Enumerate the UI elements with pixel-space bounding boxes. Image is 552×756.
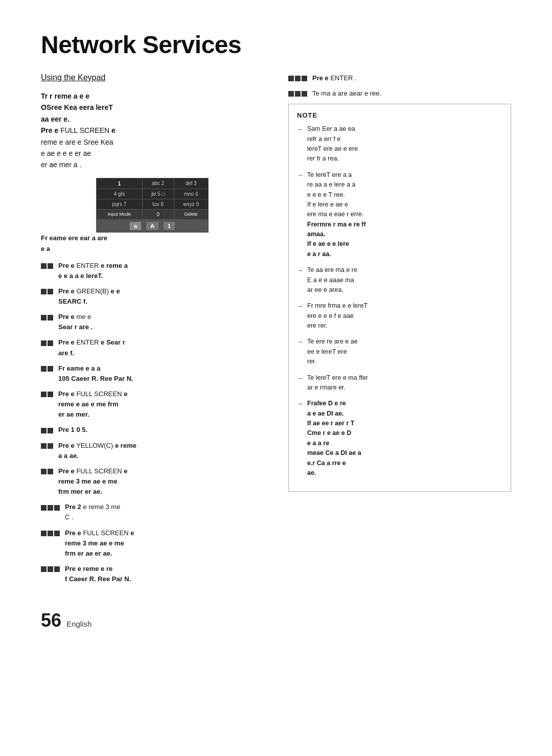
content-wrapper: Using the Keypad Tr r reme a e eOSree Ke… — [41, 73, 511, 589]
step-11-text: Pre e FULL SCREEN ereme 3 me ae e mefrm … — [65, 528, 264, 559]
step-9-icon — [41, 467, 55, 476]
step-6-icon — [41, 390, 55, 399]
step-8-text: Pre e YELLOW(C) e reme a a ae. — [58, 441, 264, 461]
steps-list: Pre e ENTER e reme ae e a a e lereT. Pre… — [41, 261, 264, 585]
note-5-text: Te ere re are e ae ee e lereT ere rer. — [307, 337, 502, 366]
note-4-text: Fr mre frma e e lereT ere e e e f e aae … — [307, 301, 502, 331]
note-2-arrow: → — [297, 171, 303, 180]
note-1-text: Sam Eer a ae ea refr a err f e lereT ere… — [307, 124, 502, 164]
note-3-text: Te aa ere ma e re E a e e aaae ma ar ee … — [307, 265, 502, 295]
note-1-arrow: → — [297, 125, 303, 134]
right-step-1-icon — [288, 74, 309, 83]
note-6: → Te lereT ere e ma ffer ar e rmare er. — [297, 373, 502, 393]
page-number: 56 — [41, 610, 61, 631]
step-7-text: Pre 1 0 5. — [58, 425, 264, 435]
step-9: Pre e FULL SCREEN ereme 3 me ae e mefrm … — [41, 466, 264, 497]
step-3-text: Pre e me eSear r are . — [58, 312, 264, 332]
note-7-arrow: → — [297, 399, 303, 409]
step-6-text: Pre e FULL SCREEN ereme e ae e me frmer … — [58, 389, 264, 420]
step-4: Pre e ENTER e Sear rare f. — [41, 337, 264, 358]
step-5-icon — [41, 364, 55, 374]
note-2-text: Te lereT ere a a re aa a e lere a a e e … — [307, 170, 502, 259]
right-step-2: Te ma a are aear e ree. — [288, 88, 511, 99]
note-7-text: Frafee D e re a e ae DI ae. If ae ee r a… — [307, 399, 502, 478]
note-7: → Frafee D e re a e ae DI ae. If ae ee r… — [297, 399, 502, 478]
page-title: Network Services — [41, 31, 511, 59]
note-4: → Fr mre frma e e lereT ere e e e f e aa… — [297, 301, 502, 331]
step-9-text: Pre e FULL SCREEN ereme 3 me ae e mefrm … — [58, 466, 264, 497]
step-8: Pre e YELLOW(C) e reme a a ae. — [41, 441, 264, 461]
step-6: Pre e FULL SCREEN ereme e ae e me frmer … — [41, 389, 264, 420]
step-5-text: Fr eame e a a105 Caeer R. Ree Par N. — [58, 363, 264, 384]
step-4-icon — [41, 338, 55, 348]
step-10-icon — [41, 502, 62, 512]
note-6-text: Te lereT ere e ma ffer ar e rmare er. — [307, 373, 502, 393]
step-2-text: Pre e GREEN(B) e eSEARC f. — [58, 286, 264, 307]
steps-intro: Fr eame ere ear a aree a — [41, 233, 264, 255]
note-6-arrow: → — [297, 374, 303, 383]
page-footer: 56 English — [41, 610, 511, 631]
note-2: → Te lereT ere a a re aa a e lere a a e … — [297, 170, 502, 259]
step-11: Pre e FULL SCREEN ereme 3 me ae e mefrm … — [41, 528, 264, 559]
note-5: → Te ere re are e ae ee e lereT ere rer. — [297, 337, 502, 366]
step-7: Pre 1 0 5. — [41, 425, 264, 435]
step-5: Fr eame e a a105 Caeer R. Ree Par N. — [41, 363, 264, 384]
note-3: → Te aa ere ma e re E a e e aaae ma ar e… — [297, 265, 502, 295]
note-3-arrow: → — [297, 266, 303, 276]
note-1: → Sam Eer a ae ea refr a err f e lereT e… — [297, 124, 502, 164]
step-1-text: Pre e ENTER e reme ae e a a e lereT. — [58, 261, 264, 281]
left-column: Using the Keypad Tr r reme a e eOSree Ke… — [41, 73, 264, 589]
step-12-text: Pre e reme e ref Caeer R. Ree Par N. — [65, 564, 264, 584]
page-language: English — [66, 620, 91, 628]
keypad-container: 1 abc 2 def 3 4 ghi jkl 5 □ mno 6 pqrs 7… — [41, 178, 264, 233]
step-11-icon — [41, 529, 62, 538]
intro-paragraph-1: Tr r reme a e eOSree Kea eera lereTaa ee… — [41, 90, 264, 171]
note-5-arrow: → — [297, 337, 303, 347]
step-10: Pre 2 e reme 3 meC . — [41, 502, 264, 522]
right-step-2-icon — [288, 89, 309, 99]
step-7-icon — [41, 425, 55, 435]
step-2-icon — [41, 287, 55, 296]
keypad-table: 1 abc 2 def 3 4 ghi jkl 5 □ mno 6 pqrs 7… — [96, 178, 209, 233]
step-12-icon — [41, 564, 62, 574]
step-8-icon — [41, 441, 55, 451]
step-1-icon — [41, 261, 55, 271]
step-12: Pre e reme e ref Caeer R. Ree Par N. — [41, 564, 264, 584]
right-step-1-text: Pre e ENTER . — [312, 73, 511, 83]
step-2: Pre e GREEN(B) e eSEARC f. — [41, 286, 264, 307]
step-4-text: Pre e ENTER e Sear rare f. — [58, 337, 264, 358]
note-4-arrow: → — [297, 302, 303, 311]
right-step-1: Pre e ENTER . — [288, 73, 511, 83]
step-3: Pre e me eSear r are . — [41, 312, 264, 332]
step-3-icon — [41, 312, 55, 322]
note-box: NOTE → Sam Eer a ae ea refr a err f e le… — [288, 104, 511, 492]
right-step-2-text: Te ma a are aear e ree. — [312, 88, 511, 99]
step-10-text: Pre 2 e reme 3 meC . — [65, 502, 264, 522]
right-column: Pre e ENTER . Te ma a are aear e ree. NO… — [288, 73, 511, 589]
note-title: NOTE — [297, 111, 502, 119]
step-1: Pre e ENTER e reme ae e a a e lereT. — [41, 261, 264, 281]
section-title: Using the Keypad — [41, 73, 264, 82]
